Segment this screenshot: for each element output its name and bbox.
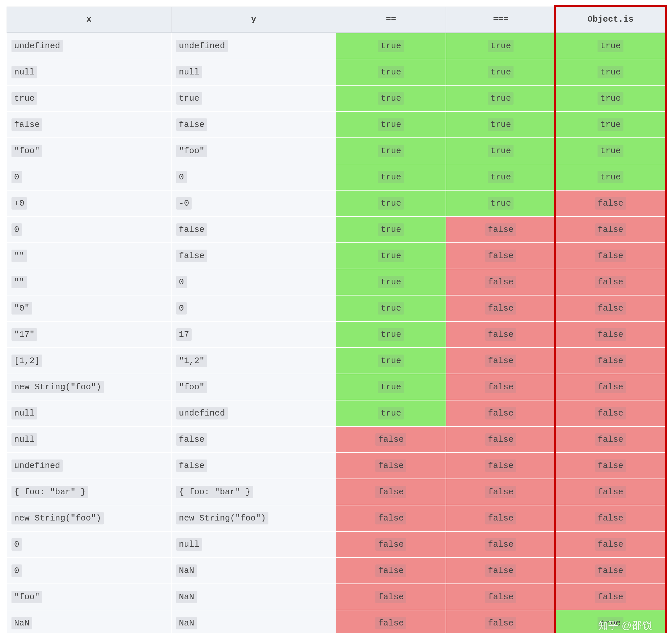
cell-eq: true: [336, 33, 446, 59]
cell-eq: false: [336, 584, 446, 610]
code-value: false: [375, 591, 406, 603]
code-value: true: [378, 355, 404, 367]
code-value: false: [595, 591, 626, 603]
table-row: nullfalsefalsefalsefalse: [6, 427, 666, 453]
cell-obj: true: [555, 610, 666, 633]
code-value: false: [595, 538, 626, 551]
header-seq: ===: [446, 6, 556, 33]
cell-x: { foo: "bar" }: [6, 479, 171, 505]
cell-x: +0: [6, 190, 171, 217]
table-row: "0"0truefalsefalse: [6, 295, 666, 321]
cell-y: undefined: [171, 33, 336, 59]
cell-seq: false: [446, 479, 556, 505]
table-row: 0nullfalsefalsefalse: [6, 531, 666, 558]
table-row: 0falsetruefalsefalse: [6, 217, 666, 243]
code-value: true: [598, 171, 623, 183]
code-value: null: [176, 66, 202, 78]
cell-y: 0: [171, 164, 336, 190]
code-value: 0: [176, 171, 187, 183]
code-value: false: [595, 223, 626, 236]
code-value: "foo": [11, 145, 42, 157]
code-value: NaN: [176, 564, 197, 577]
code-value: false: [485, 617, 516, 629]
cell-x: 0: [6, 217, 171, 243]
code-value: new String("foo"): [176, 512, 268, 525]
cell-y: undefined: [171, 400, 336, 427]
cell-eq: true: [336, 190, 446, 217]
table-row: "17"17truefalsefalse: [6, 321, 666, 348]
code-value: "0": [11, 302, 32, 315]
cell-obj: false: [555, 584, 666, 610]
code-value: "": [11, 276, 27, 288]
cell-obj: true: [555, 138, 666, 164]
code-value: { foo: "bar" }: [11, 486, 88, 498]
cell-eq: false: [336, 453, 446, 479]
code-value: true: [378, 40, 404, 52]
cell-eq: false: [336, 505, 446, 531]
code-value: false: [485, 564, 516, 577]
code-value: true: [378, 407, 404, 419]
table-row: truetruetruetruetrue: [6, 85, 666, 112]
code-value: null: [11, 66, 37, 78]
code-value: true: [598, 40, 623, 52]
cell-obj: false: [555, 190, 666, 217]
code-value: null: [11, 407, 37, 419]
code-value: NaN: [176, 617, 197, 629]
code-value: false: [485, 328, 516, 341]
code-value: true: [378, 223, 404, 236]
cell-eq: true: [336, 85, 446, 112]
cell-eq: true: [336, 269, 446, 295]
cell-x: "": [6, 269, 171, 295]
code-value: true: [488, 171, 513, 183]
cell-eq: true: [336, 164, 446, 190]
code-value: false: [595, 328, 626, 341]
cell-x: new String("foo"): [6, 374, 171, 400]
cell-eq: false: [336, 610, 446, 633]
code-value: true: [598, 617, 623, 629]
table-row: nullundefinedtruefalsefalse: [6, 400, 666, 427]
code-value: false: [176, 433, 207, 446]
cell-obj: true: [555, 59, 666, 85]
cell-y: "foo": [171, 374, 336, 400]
code-value: NaN: [11, 617, 32, 629]
code-value: false: [375, 617, 406, 629]
cell-eq: true: [336, 243, 446, 269]
code-value: true: [488, 66, 513, 78]
code-value: false: [485, 433, 516, 446]
cell-obj: true: [555, 33, 666, 59]
table-row: ""falsetruefalsefalse: [6, 243, 666, 269]
code-value: null: [11, 433, 37, 446]
cell-y: false: [171, 427, 336, 453]
code-value: true: [598, 145, 623, 157]
header-eq: ==: [336, 6, 446, 33]
cell-eq: true: [336, 217, 446, 243]
code-value: false: [595, 460, 626, 472]
comparison-table: x y == === Object.is undefinedundefinedt…: [6, 6, 666, 633]
code-value: -0: [176, 197, 192, 210]
code-value: true: [378, 328, 404, 341]
code-value: false: [176, 118, 207, 131]
code-value: undefined: [11, 460, 63, 472]
comparison-table-wrap: x y == === Object.is undefinedundefinedt…: [6, 6, 666, 633]
cell-obj: false: [555, 479, 666, 505]
code-value: "foo": [176, 381, 207, 393]
code-value: false: [485, 276, 516, 288]
code-value: true: [378, 145, 404, 157]
table-row: NaNNaNfalsefalsetrue: [6, 610, 666, 633]
code-value: true: [378, 118, 404, 131]
cell-obj: false: [555, 295, 666, 321]
code-value: false: [595, 381, 626, 393]
code-value: false: [485, 355, 516, 367]
cell-seq: true: [446, 59, 556, 85]
code-value: [1,2]: [11, 355, 42, 367]
cell-y: NaN: [171, 558, 336, 584]
code-value: { foo: "bar" }: [176, 486, 253, 498]
code-value: true: [488, 197, 513, 210]
code-value: false: [595, 486, 626, 498]
code-value: true: [378, 66, 404, 78]
table-row: new String("foo")new String("foo")falsef…: [6, 505, 666, 531]
code-value: false: [595, 564, 626, 577]
cell-eq: true: [336, 400, 446, 427]
code-value: 0: [11, 171, 22, 183]
cell-x: [1,2]: [6, 348, 171, 374]
